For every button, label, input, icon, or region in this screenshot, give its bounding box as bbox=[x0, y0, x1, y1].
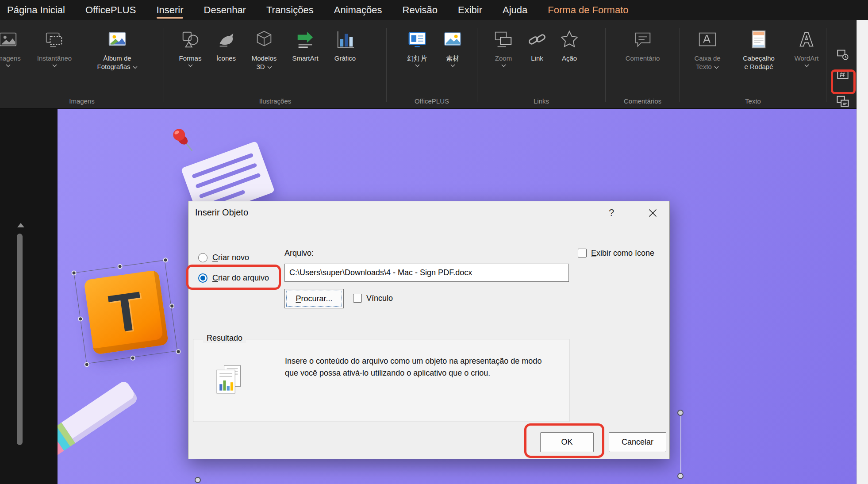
group-label-links: Links bbox=[477, 97, 605, 105]
exibir-como-icone-label: Exibir como ícone bbox=[591, 249, 654, 258]
right-scrollbar-area[interactable] bbox=[856, 20, 868, 484]
ribbon-button-slides[interactable]: 幻灯片 bbox=[398, 25, 436, 69]
ribbon-group-officeplus: 幻灯片 素材 OfficePLUS bbox=[387, 20, 477, 108]
tab-pagina-inicial[interactable]: Página Inicial bbox=[7, 0, 65, 20]
ribbon-button-insert-object[interactable] bbox=[833, 92, 852, 111]
resize-handle[interactable] bbox=[78, 316, 83, 322]
radio-label-criar-do-arquivo: Criar do arquivo bbox=[212, 273, 269, 283]
pen-body bbox=[61, 380, 139, 443]
chevron-down-icon bbox=[501, 64, 506, 67]
vinculo-checkbox[interactable] bbox=[353, 294, 362, 303]
tab-transicoes[interactable]: Transições bbox=[266, 0, 314, 20]
button-label: Texto bbox=[696, 63, 712, 70]
close-button[interactable] bbox=[642, 205, 663, 221]
ribbon-group-links: Zoom Link Ação Links bbox=[477, 20, 605, 108]
pushpin-image[interactable] bbox=[168, 126, 197, 157]
button-label: SmartArt bbox=[292, 54, 318, 62]
ribbon-button-comentario[interactable]: Comentário bbox=[612, 25, 674, 64]
result-group-box: Resultado Insere o conteúdo do arquivo c… bbox=[193, 339, 569, 422]
ribbon-button-link[interactable]: Link bbox=[522, 25, 553, 64]
ribbon-button-modelos-3d[interactable]: Modelos 3D bbox=[244, 25, 284, 73]
radio-criar-novo[interactable] bbox=[198, 253, 207, 262]
button-label: Zoom bbox=[495, 54, 512, 62]
file-path-input[interactable] bbox=[284, 264, 569, 282]
button-label: Álbum de bbox=[103, 54, 131, 62]
highlighter-pen-image[interactable] bbox=[58, 380, 139, 467]
cube-3d-icon bbox=[254, 27, 274, 52]
tab-ajuda[interactable]: Ajuda bbox=[503, 0, 527, 20]
access-key: C bbox=[212, 273, 218, 282]
ribbon-button-assets[interactable]: 素材 bbox=[436, 25, 469, 69]
tab-officeplus[interactable]: OfficePLUS bbox=[85, 0, 136, 20]
tab-animacoes[interactable]: Animações bbox=[334, 0, 382, 20]
ribbon: Imagens Instantâneo Álbum de Fotografias bbox=[0, 20, 856, 109]
chevron-down-icon bbox=[415, 64, 420, 67]
ribbon-group-comentarios: Comentário Comentários bbox=[606, 20, 680, 108]
letter-t-cube-selection[interactable]: T bbox=[74, 260, 178, 364]
radio-row-criar-do-arquivo[interactable]: Criar do arquivo bbox=[198, 272, 269, 284]
left-pane bbox=[0, 109, 58, 484]
resize-handle[interactable] bbox=[176, 349, 181, 354]
tab-exibir[interactable]: Exibir bbox=[458, 0, 482, 20]
access-key: E bbox=[591, 249, 596, 257]
ribbon-tab-bar: Página Inicial OfficePLUS Inserir Desenh… bbox=[0, 0, 868, 20]
radio-criar-do-arquivo[interactable] bbox=[198, 273, 207, 283]
resize-handle[interactable] bbox=[130, 355, 135, 361]
resize-handle[interactable] bbox=[117, 264, 123, 269]
ribbon-button-instantaneo[interactable]: Instantâneo bbox=[28, 25, 81, 69]
help-button[interactable]: ? bbox=[603, 206, 619, 220]
tab-desenhar[interactable]: Desenhar bbox=[204, 0, 246, 20]
star-icon bbox=[559, 27, 580, 52]
resize-handle[interactable] bbox=[84, 362, 89, 367]
browse-button[interactable]: Procurar... bbox=[284, 289, 344, 308]
ribbon-button-zoom[interactable]: Zoom bbox=[485, 25, 522, 69]
button-label: Gráfico bbox=[334, 54, 356, 62]
ribbon-button-acao[interactable]: Ação bbox=[553, 25, 586, 64]
ribbon-button-imagens[interactable]: Imagens bbox=[0, 25, 28, 69]
ribbon-button-date-time[interactable] bbox=[833, 46, 852, 64]
letter-t-cube[interactable]: T bbox=[84, 270, 169, 355]
resize-handle[interactable] bbox=[677, 410, 684, 416]
tab-inserir[interactable]: Inserir bbox=[156, 0, 183, 20]
resize-handle[interactable] bbox=[677, 473, 684, 479]
vinculo-checkbox-row[interactable]: Vínculo bbox=[353, 292, 393, 304]
ribbon-button-slide-number[interactable] bbox=[833, 67, 852, 85]
button-label: Caixa de bbox=[694, 54, 720, 62]
ribbon-button-formas[interactable]: Formas bbox=[172, 25, 208, 69]
button-label: e Rodapé bbox=[744, 63, 773, 70]
image-icon bbox=[0, 27, 18, 52]
ribbon-button-album-de-fotografias[interactable]: Álbum de Fotografias bbox=[84, 25, 150, 73]
resize-handle[interactable] bbox=[169, 303, 174, 309]
resize-handle[interactable] bbox=[163, 257, 168, 263]
vertical-scrollbar-thumb[interactable] bbox=[17, 234, 23, 445]
exibir-como-icone-checkbox-row[interactable]: Exibir como ícone bbox=[578, 247, 654, 259]
tab-revisao[interactable]: Revisão bbox=[403, 0, 438, 20]
button-label: Link bbox=[531, 54, 543, 62]
button-label: 幻灯片 bbox=[407, 54, 427, 62]
cancel-button[interactable]: Cancelar bbox=[609, 432, 666, 452]
close-icon bbox=[649, 209, 657, 217]
tab-forma-de-formato[interactable]: Forma de Formato bbox=[548, 0, 628, 20]
ribbon-button-wordart[interactable]: WordArt bbox=[787, 25, 826, 69]
ok-button[interactable]: OK bbox=[540, 432, 594, 452]
screenshot-icon bbox=[44, 27, 65, 52]
cube-letter: T bbox=[105, 279, 146, 345]
chevron-down-icon bbox=[267, 66, 272, 69]
scroll-up-arrow[interactable] bbox=[17, 223, 24, 227]
group-label-texto: Texto bbox=[680, 97, 826, 105]
ribbon-group-ilustracoes: Formas Ícones Modelos 3D bbox=[164, 20, 386, 108]
resize-handle[interactable] bbox=[71, 270, 77, 276]
header-footer-icon bbox=[749, 27, 769, 52]
access-key: V bbox=[366, 294, 372, 303]
exibir-como-icone-checkbox[interactable] bbox=[578, 249, 587, 257]
ribbon-group-texto: Caixa de Texto Cabeçalho e Rodapé WordAr… bbox=[680, 20, 826, 108]
resize-handle[interactable] bbox=[195, 477, 201, 483]
ribbon-button-cabecalho-e-rodape[interactable]: Cabeçalho e Rodapé bbox=[730, 25, 787, 73]
comment-icon bbox=[633, 27, 653, 52]
ribbon-button-icones[interactable]: Ícones bbox=[208, 25, 244, 64]
insert-object-dialog: Inserir Objeto ? Criar novo Criar do arq… bbox=[188, 201, 670, 459]
ribbon-button-caixa-de-texto[interactable]: Caixa de Texto bbox=[684, 25, 730, 73]
radio-row-criar-novo[interactable]: Criar novo bbox=[198, 252, 249, 263]
ribbon-button-smartart[interactable]: SmartArt bbox=[284, 25, 326, 64]
ribbon-button-grafico[interactable]: Gráfico bbox=[326, 25, 364, 64]
